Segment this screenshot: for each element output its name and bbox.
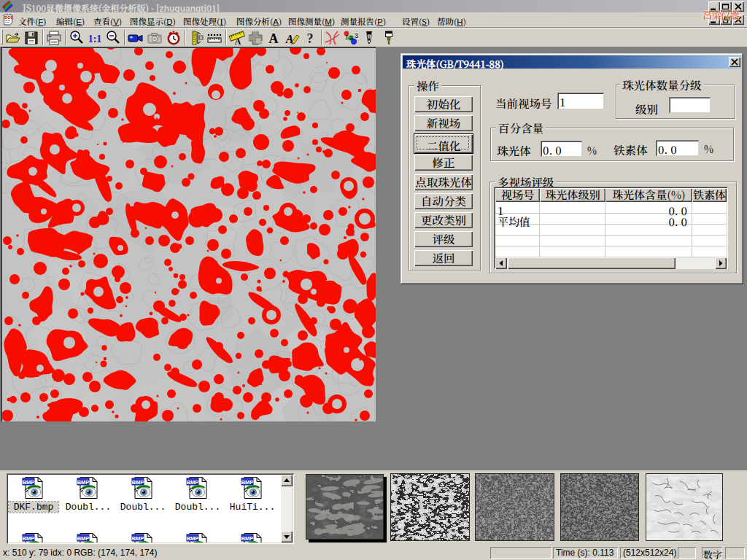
- svg-text:BMP: BMP: [187, 479, 199, 486]
- svg-text:A: A: [269, 31, 279, 46]
- svg-text:1: 1: [345, 34, 349, 41]
- svg-text:BMP: BMP: [132, 479, 144, 486]
- svg-text:BMP: BMP: [77, 535, 90, 542]
- svg-text:a: a: [349, 34, 353, 42]
- svg-text:A: A: [235, 36, 241, 47]
- svg-text:BMP: BMP: [241, 535, 254, 542]
- svg-text:?: ?: [307, 31, 314, 46]
- svg-text:BMP: BMP: [187, 535, 199, 542]
- svg-text:BMP: BMP: [132, 535, 144, 542]
- svg-text:3: 3: [355, 32, 358, 39]
- svg-text:BMP: BMP: [77, 479, 90, 486]
- svg-text:DOC: DOC: [4, 15, 13, 20]
- svg-text:1:1: 1:1: [88, 34, 102, 44]
- svg-text:BMP: BMP: [23, 535, 35, 542]
- svg-text:BMP: BMP: [23, 479, 35, 486]
- svg-text:BMP: BMP: [241, 479, 254, 486]
